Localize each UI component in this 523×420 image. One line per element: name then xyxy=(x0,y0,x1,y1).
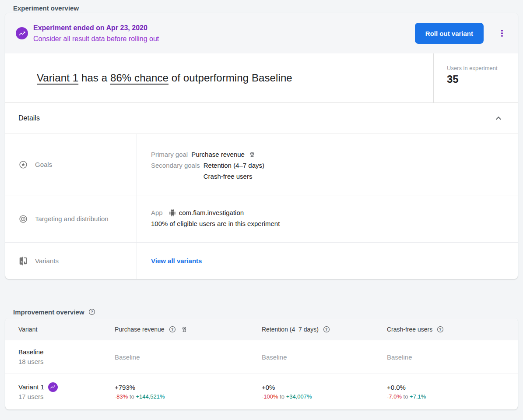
svg-text:?: ? xyxy=(91,310,93,314)
goals-label: Goals xyxy=(35,161,52,168)
chevron-up-icon[interactable] xyxy=(493,113,504,124)
variant1-metric-crashfree: +0.0% -7.0% to +7.1% xyxy=(387,383,518,401)
svg-text:?: ? xyxy=(171,327,173,332)
baseline-metric-retention: Baseline xyxy=(262,353,387,361)
experiment-overview-card: Experiment ended on Apr 23, 2020 Conside… xyxy=(5,13,518,279)
goals-row: Goals Primary goal Purchase revenue xyxy=(5,134,518,195)
primary-goal-medal-icon xyxy=(248,151,256,159)
variant1-users: 17 users xyxy=(18,392,115,402)
app-label: App xyxy=(151,207,163,218)
improvement-overview-card: Variant Purchase revenue ? xyxy=(5,318,518,409)
eligibility-text: 100% of eligible users are in this exper… xyxy=(151,218,280,229)
leader-trending-up-icon xyxy=(16,27,28,39)
column-crash-free: Crash-free users ? xyxy=(387,325,518,333)
baseline-name: Baseline xyxy=(18,347,115,357)
secondary-goal-value-2: Crash-free users xyxy=(204,171,253,182)
purchase-revenue-help-icon[interactable]: ? xyxy=(168,325,176,333)
variant1-metric-retention: +0% -100% to +34,007% xyxy=(262,383,387,401)
android-icon xyxy=(169,209,179,216)
table-row-variant1: Variant 1 17 users +793% -83% to +144,52… xyxy=(5,374,518,409)
headline-chance-value: 86% chance xyxy=(110,72,168,84)
variant1-metric-purchase: +793% -83% to +144,521% xyxy=(115,383,262,401)
baseline-metric-crashfree: Baseline xyxy=(387,353,518,361)
users-in-experiment-label: Users in experiment xyxy=(447,64,518,73)
improvement-overview-heading: Improvement overview ? xyxy=(5,299,518,318)
variants-compare-icon xyxy=(18,256,28,266)
headline-variant-name: Variant 1 xyxy=(37,72,78,84)
variant1-leader-icon xyxy=(48,382,58,392)
app-value: com.fiam.investigation xyxy=(179,207,244,218)
variants-row: Variants View all variants xyxy=(5,243,518,279)
column-purchase-revenue: Purchase revenue ? xyxy=(115,325,262,333)
users-in-experiment-value: 35 xyxy=(447,73,518,86)
primary-goal-label: Primary goal xyxy=(151,149,188,160)
column-variant: Variant xyxy=(18,326,115,333)
variant1-name: Variant 1 xyxy=(18,382,44,392)
view-all-variants-link[interactable]: View all variants xyxy=(151,257,202,265)
details-title: Details xyxy=(18,114,40,122)
table-row-baseline: Baseline 18 users Baseline Baseline Base… xyxy=(5,340,518,374)
primary-goal-value: Purchase revenue xyxy=(191,149,245,160)
svg-text:?: ? xyxy=(325,327,327,332)
users-in-experiment-panel: Users in experiment 35 xyxy=(433,53,518,102)
experiment-status-banner: Experiment ended on Apr 23, 2020 Conside… xyxy=(5,13,518,53)
retention-help-icon[interactable]: ? xyxy=(323,325,330,333)
targeting-label: Targeting and distribution xyxy=(35,215,109,222)
improvement-help-icon[interactable]: ? xyxy=(88,308,96,316)
overflow-menu-button[interactable] xyxy=(497,28,507,39)
experiment-overview-title: Experiment overview xyxy=(13,4,79,12)
improvement-overview-title: Improvement overview xyxy=(13,308,84,316)
goals-star-icon xyxy=(18,160,28,169)
targeting-row: Targeting and distribution App com.fiam.… xyxy=(5,195,518,243)
secondary-goals-label: Secondary goals xyxy=(151,160,200,171)
details-section-header[interactable]: Details xyxy=(5,102,518,134)
baseline-users: 18 users xyxy=(18,357,115,367)
column-retention: Retention (4–7 days) ? xyxy=(262,325,387,333)
experiment-ended-title: Experiment ended on Apr 23, 2020 xyxy=(33,22,159,33)
roll-out-variant-button[interactable]: Roll out variant xyxy=(415,23,484,44)
baseline-metric-purchase: Baseline xyxy=(115,353,262,361)
experiment-overview-heading: Experiment overview xyxy=(5,0,518,13)
secondary-goal-value-1: Retention (4–7 days) xyxy=(204,160,264,171)
result-headline-row: Variant 1 has a 86% chance of outperform… xyxy=(5,53,518,102)
result-headline: Variant 1 has a 86% chance of outperform… xyxy=(37,72,292,84)
targeting-bullseye-icon xyxy=(18,214,28,224)
purchase-revenue-medal-icon xyxy=(180,325,188,333)
experiment-ended-subtitle: Consider all result data before rolling … xyxy=(33,33,159,44)
svg-text:?: ? xyxy=(439,327,442,332)
variants-label: Variants xyxy=(35,257,59,265)
crash-free-help-icon[interactable]: ? xyxy=(436,325,444,333)
improvement-table-header: Variant Purchase revenue ? xyxy=(5,318,518,340)
